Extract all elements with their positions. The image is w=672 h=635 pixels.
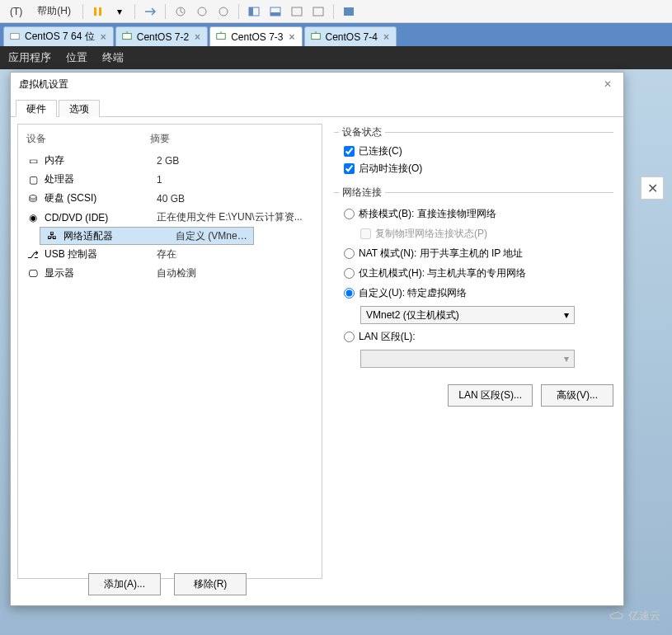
vm-icon [215,31,227,43]
tab-label: CentOS 7-2 [137,31,189,43]
header-summary: 摘要 [150,132,313,146]
memory-icon: ▭ [26,155,40,167]
console-icon[interactable] [308,2,328,21]
snapshot-manage-icon[interactable] [214,2,233,21]
svg-rect-12 [11,33,20,39]
menu-terminal[interactable]: 终端 [102,50,124,65]
advanced-buttons: LAN 区段(S)... 高级(V)... [334,384,613,407]
tab-centos73[interactable]: CentOS 7-3 × [209,26,302,46]
device-state-group: 设备状态 已连接(C) 启动时连接(O) [334,132,613,184]
group-title: 网络连接 [339,186,385,200]
tab-close-icon[interactable]: × [99,31,108,43]
display-icon: 🖵 [26,268,40,280]
tab-label: CentOS 7-3 [231,31,283,43]
radio-bridged[interactable]: 桥接模式(B): 直接连接物理网络 [344,207,609,221]
row-network[interactable]: 🖧网络适配器自定义 (VMnet2) [40,227,254,245]
radio-host-input[interactable] [344,268,355,279]
menu-help[interactable]: 帮助(H) [31,4,78,18]
tab-label: CentOS 7-4 [326,31,378,43]
tab-hardware[interactable]: 硬件 [16,100,57,117]
svg-rect-10 [313,7,323,16]
tab-label: CentOS 7 64 位 [25,30,95,44]
stretch-icon[interactable] [339,2,359,21]
watermark: 亿速云 [609,609,660,623]
device-list: 设备 摘要 ▭内存2 GB ▢处理器1 ⛁硬盘 (SCSI)40 GB ◉CD/… [17,124,322,579]
advanced-button[interactable]: 高级(V)... [541,384,613,407]
svg-rect-0 [94,7,96,16]
usb-icon: ⎇ [26,249,40,261]
chk-connected-input[interactable] [344,146,355,157]
chk-replicate-input [360,228,371,239]
radio-bridged-input[interactable] [344,209,355,219]
tab-centos764[interactable]: CentOS 7 64 位 × [3,26,114,46]
row-cpu[interactable]: ▢处理器1 [18,170,322,189]
main-toolbar: (T) 帮助(H) ▾ [0,0,672,23]
menu-places[interactable]: 位置 [66,50,87,65]
tab-centos72[interactable]: CentOS 7-2 × [115,26,208,46]
dropdown-icon[interactable]: ▾ [110,2,129,21]
svg-rect-9 [292,7,302,16]
settings-pane: 设备状态 已连接(C) 启动时连接(O) 网络连接 桥接模式(B): 直接连接物… [322,117,623,579]
svg-rect-6 [249,7,253,16]
snapshot-revert-icon[interactable] [192,2,212,21]
radio-lan-input[interactable] [344,332,355,342]
dialog-titlebar: 虚拟机设置 ✕ [11,73,623,96]
send-icon[interactable] [140,2,160,21]
radio-lan[interactable]: LAN 区段(L): [344,330,609,344]
guest-menu-bar: 应用程序 位置 终端 [0,46,672,69]
separator [333,4,334,19]
network-icon: 🖧 [45,230,59,242]
menu-file[interactable]: (T) [3,6,29,17]
row-cd[interactable]: ◉CD/DVD (IDE)正在使用文件 E:\YUN\云计算资... [18,208,322,227]
svg-rect-15 [311,33,320,39]
tab-centos74[interactable]: CentOS 7-4 × [304,26,397,46]
svg-rect-11 [344,7,354,16]
svg-rect-1 [99,7,101,16]
add-button[interactable]: 添加(A)... [88,573,161,595]
unity-icon[interactable] [266,2,285,21]
fullscreen-icon[interactable] [244,2,264,21]
vm-icon [121,31,133,43]
tab-close-icon[interactable]: × [382,31,391,43]
tab-options[interactable]: 选项 [59,100,100,117]
row-usb[interactable]: ⎇USB 控制器存在 [18,245,322,264]
cd-icon: ◉ [26,212,40,223]
row-display[interactable]: 🖵显示器自动检测 [18,264,322,283]
tab-close-icon[interactable]: × [193,31,202,43]
tab-close-icon[interactable]: × [288,31,297,43]
chk-onstart-input[interactable] [344,163,355,174]
pause-button[interactable] [88,2,108,21]
radio-nat[interactable]: NAT 模式(N): 用于共享主机的 IP 地址 [344,247,609,261]
disk-icon: ⛁ [26,193,40,205]
thumbnail-icon[interactable] [287,2,307,21]
separator [165,4,166,19]
cloud-icon [609,610,625,622]
radio-custom[interactable]: 自定义(U): 特定虚拟网络 [344,286,609,300]
lan-segments-button[interactable]: LAN 区段(S)... [448,384,533,407]
separator [82,4,83,19]
chk-replicate: 复制物理网络连接状态(P) [360,227,609,241]
dialog-close-button[interactable]: ✕ [600,77,615,92]
radio-nat-input[interactable] [344,248,355,259]
radio-custom-input[interactable] [344,288,355,299]
vm-icon [9,31,21,43]
menu-apps[interactable]: 应用程序 [8,50,51,65]
device-buttons: 添加(A)... 移除(R) [11,573,324,595]
main-area: ✕ 虚拟机设置 ✕ 硬件 选项 设备 摘要 ▭内存2 GB ▢处理器1 ⛁硬盘 … [0,69,672,635]
separator [134,4,135,19]
remove-button[interactable]: 移除(R) [174,573,247,595]
row-memory[interactable]: ▭内存2 GB [18,151,322,170]
radio-hostonly[interactable]: 仅主机模式(H): 与主机共享的专用网络 [344,266,609,280]
svg-rect-13 [122,33,131,39]
row-hdd[interactable]: ⛁硬盘 (SCSI)40 GB [18,189,322,208]
snapshot-icon[interactable] [171,2,190,21]
svg-point-3 [198,7,206,16]
custom-network-select[interactable]: VMnet2 (仅主机模式)▾ [360,306,575,324]
dialog-title: 虚拟机设置 [19,78,68,92]
svg-rect-8 [270,12,280,16]
chk-connect-on-start[interactable]: 启动时连接(O) [344,162,609,176]
lan-segment-select: ▾ [360,350,575,368]
chk-connected[interactable]: 已连接(C) [344,144,609,158]
background-close-button[interactable]: ✕ [641,176,664,200]
vm-icon [310,31,322,43]
